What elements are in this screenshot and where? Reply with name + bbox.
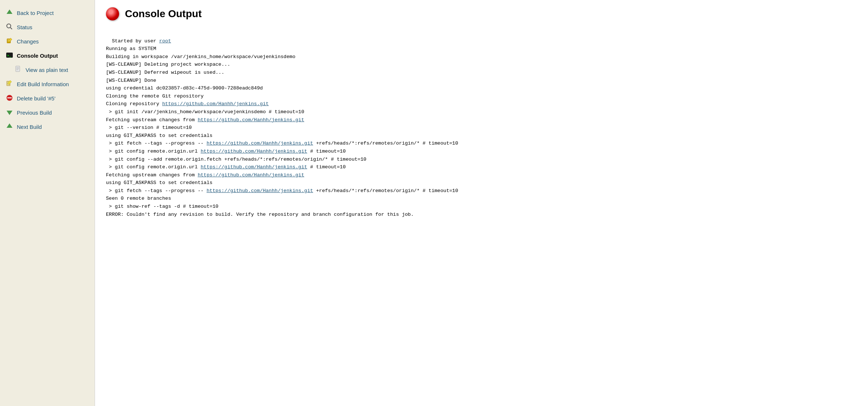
search-icon [6,23,13,31]
sidebar-item-label: Status [17,24,33,30]
svg-marker-18 [8,80,12,84]
status-red-circle [106,7,119,20]
doc-icon [15,66,22,74]
sidebar-item-label: Previous Build [17,110,52,116]
sidebar-item-label: Next Build [17,124,42,130]
page-header: Console Output [106,7,857,20]
sidebar-item-label: Console Output [17,53,58,59]
arrow-up-icon [6,9,13,17]
svg-marker-0 [7,9,12,14]
sidebar-item-label: Edit Build Information [17,81,69,87]
sidebar-item-label: Back to Project [17,10,54,16]
console-link[interactable]: https://github.com/Hanhh/jenkins.git [206,188,313,194]
sidebar-item-label: Delete build '#5' [17,95,56,102]
pencil-icon [6,37,13,46]
no-icon [6,94,13,103]
console-link[interactable]: https://github.com/Hanhh/jenkins.git [198,172,304,178]
console-link[interactable]: root [159,38,171,44]
sidebar-item-delete-build[interactable]: Delete build '#5' [0,91,95,106]
svg-line-2 [11,28,12,30]
sidebar-item-edit-build[interactable]: Edit Build Information [0,77,95,91]
console-link[interactable]: https://github.com/Hanhh/jenkins.git [198,117,304,123]
sidebar-item-console-output[interactable]: >_ Console Output [0,49,95,63]
console-link[interactable]: https://github.com/Hanhh/jenkins.git [201,149,307,154]
sidebar-item-status[interactable]: Status [0,20,95,34]
page-title: Console Output [125,8,202,20]
prev-arrow-icon [6,108,13,117]
sidebar-item-previous-build[interactable]: Previous Build [0,106,95,120]
svg-text:>_: >_ [7,54,11,57]
main-content: Console Output Started by user root Runn… [95,0,868,406]
console-link[interactable]: https://github.com/Hanhh/jenkins.git [162,101,269,107]
svg-marker-22 [7,123,12,128]
terminal-icon: >_ [6,51,13,60]
console-output-area: Started by user root Running as SYSTEM B… [106,29,857,218]
svg-point-1 [7,24,11,28]
console-link[interactable]: https://github.com/Hanhh/jenkins.git [206,141,313,146]
console-link[interactable]: https://github.com/Hanhh/jenkins.git [201,164,307,170]
svg-marker-21 [7,111,12,115]
sidebar-item-label: View as plain text [26,67,68,73]
sidebar: Back to Project Status Changes [0,0,95,406]
sidebar-item-back-to-project[interactable]: Back to Project [0,6,95,20]
sidebar-item-view-plain-text[interactable]: View as plain text [0,63,95,77]
edit-icon [6,80,13,88]
sidebar-item-next-build[interactable]: Next Build [0,120,95,134]
svg-marker-7 [8,38,12,42]
sidebar-item-label: Changes [17,38,39,45]
next-arrow-icon [6,123,13,131]
sidebar-item-changes[interactable]: Changes [0,34,95,49]
